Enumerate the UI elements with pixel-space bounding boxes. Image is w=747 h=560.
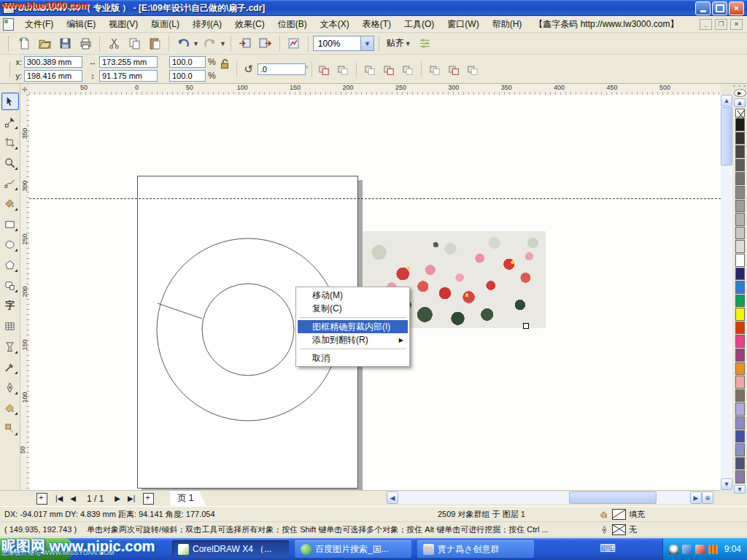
menu-item-6[interactable]: 位图(B) bbox=[271, 17, 314, 31]
color-swatch-26[interactable] bbox=[735, 470, 745, 483]
open-icon[interactable] bbox=[35, 34, 54, 53]
combine-icon[interactable] bbox=[361, 61, 379, 78]
y-position-field[interactable]: 198.416 mm bbox=[24, 70, 82, 82]
menu-item-7[interactable]: 文本(X) bbox=[314, 17, 356, 31]
save-icon[interactable] bbox=[55, 34, 74, 53]
eyedropper-tool[interactable] bbox=[1, 358, 19, 376]
color-swatch-18[interactable] bbox=[735, 362, 745, 376]
menu-item-2[interactable]: 视图(V) bbox=[102, 17, 144, 31]
scale-v-field[interactable]: 100.0 bbox=[169, 70, 206, 82]
ellipse-tool[interactable] bbox=[1, 236, 19, 253]
text-tool[interactable]: 字 bbox=[1, 297, 19, 314]
color-swatch-1[interactable] bbox=[735, 132, 745, 145]
menu-item-11[interactable]: 帮助(H) bbox=[486, 17, 529, 31]
no-color-swatch[interactable] bbox=[735, 109, 745, 117]
fill-tool[interactable] bbox=[1, 399, 19, 416]
color-swatch-21[interactable] bbox=[735, 402, 745, 416]
menu-item-4[interactable]: 排列(A) bbox=[186, 17, 228, 31]
color-swatch-7[interactable] bbox=[735, 213, 745, 226]
basic-shapes-tool[interactable] bbox=[1, 276, 19, 294]
input-tray-icon[interactable] bbox=[695, 545, 705, 554]
scroll-left-icon[interactable]: ◀ bbox=[387, 491, 398, 504]
polygon-tool[interactable] bbox=[1, 256, 19, 273]
color-swatch-19[interactable] bbox=[735, 376, 745, 389]
color-swatch-2[interactable] bbox=[735, 145, 745, 158]
color-swatch-6[interactable] bbox=[735, 200, 745, 213]
print-icon[interactable] bbox=[76, 34, 95, 53]
scroll-up-icon[interactable]: ▲ bbox=[721, 95, 732, 106]
restore-button[interactable] bbox=[712, 1, 727, 15]
app-launcher-icon[interactable] bbox=[285, 34, 303, 53]
context-menu-item-4[interactable]: 添加到翻转(R)▶ bbox=[298, 333, 408, 346]
redo-dropdown-icon[interactable]: ▼ bbox=[220, 40, 226, 47]
books-tray-icon[interactable] bbox=[708, 545, 718, 554]
scroll-down-icon[interactable]: ▼ bbox=[721, 478, 732, 490]
context-menu-item-1[interactable]: 复制(C) bbox=[298, 302, 408, 315]
zoom-combo-arrow-icon[interactable]: ▼ bbox=[360, 36, 374, 50]
object-height-field[interactable]: 91.175 mm bbox=[99, 70, 158, 82]
toolbar-grip[interactable] bbox=[8, 36, 11, 51]
palette-scroll-up-icon[interactable]: ▲ bbox=[734, 98, 746, 107]
color-swatch-23[interactable] bbox=[735, 430, 745, 443]
context-menu-item-6[interactable]: 取消 bbox=[298, 351, 408, 365]
color-swatch-16[interactable] bbox=[735, 335, 745, 348]
menu-item-5[interactable]: 效果(C) bbox=[228, 17, 271, 31]
next-page-icon[interactable]: ▶ bbox=[111, 494, 124, 502]
page-tab[interactable]: 页 1 bbox=[170, 491, 206, 507]
cut-icon[interactable] bbox=[104, 34, 123, 53]
horizontal-scrollbar[interactable]: ◀ ▶ ⊕ bbox=[387, 491, 713, 504]
taskbar-button-2[interactable]: 寳ナ爲さ创意群 bbox=[417, 540, 534, 558]
to-front-icon[interactable] bbox=[426, 61, 444, 78]
close-button[interactable]: × bbox=[729, 1, 744, 15]
paste-icon[interactable] bbox=[145, 34, 164, 53]
interactive-fill-tool[interactable] bbox=[1, 419, 19, 437]
mirror-horizontal-icon[interactable] bbox=[315, 61, 333, 78]
new-icon[interactable] bbox=[15, 34, 34, 53]
undo-icon[interactable] bbox=[174, 34, 193, 53]
outline-color-swatch[interactable] bbox=[612, 524, 626, 535]
scroll-right-icon[interactable]: ▶ bbox=[690, 491, 702, 504]
vertical-scrollbar[interactable]: ▲ ▼ bbox=[721, 95, 732, 490]
context-menu-item-3[interactable]: 图框精确剪裁内部(I) bbox=[298, 320, 408, 333]
object-width-field[interactable]: 173.255 mm bbox=[99, 56, 158, 68]
last-page-icon[interactable]: ▶| bbox=[124, 494, 139, 502]
scale-h-field[interactable]: 100.0 bbox=[169, 56, 206, 68]
zoom-level-combo[interactable]: 100% ▼ bbox=[313, 36, 374, 51]
shape-tool[interactable] bbox=[1, 113, 19, 131]
mdi-minimize-button[interactable]: _ bbox=[700, 19, 712, 30]
qq-tray-icon[interactable] bbox=[669, 545, 678, 554]
navigator-icon[interactable]: ⊕ bbox=[702, 491, 713, 504]
mirror-vertical-icon[interactable] bbox=[334, 61, 352, 78]
selection-handle[interactable] bbox=[523, 323, 529, 329]
export-icon[interactable] bbox=[256, 34, 275, 53]
lock-ratio-icon[interactable] bbox=[216, 55, 233, 73]
menu-item-10[interactable]: 窗口(W) bbox=[441, 17, 485, 31]
snap-dropdown[interactable]: 贴齐 ▼ bbox=[384, 36, 414, 51]
color-swatch-11[interactable] bbox=[735, 268, 745, 281]
crop-tool[interactable] bbox=[1, 133, 19, 151]
table-tool[interactable] bbox=[1, 317, 19, 335]
to-back-icon[interactable] bbox=[445, 61, 462, 78]
x-position-field[interactable]: 300.389 mm bbox=[24, 56, 82, 68]
fill-color-swatch[interactable] bbox=[612, 509, 626, 520]
taskbar-button-0[interactable]: CorelDRAW X4 （... bbox=[172, 540, 289, 558]
smart-fill-tool[interactable] bbox=[1, 195, 19, 212]
color-swatch-3[interactable] bbox=[735, 159, 745, 172]
rotation-angle-field[interactable]: .0 bbox=[258, 63, 306, 75]
color-swatch-13[interactable] bbox=[735, 295, 745, 308]
mdi-close-button[interactable]: × bbox=[730, 19, 743, 30]
network-tray-icon[interactable] bbox=[682, 545, 692, 554]
color-swatch-4[interactable] bbox=[735, 172, 745, 185]
blend-tool[interactable] bbox=[1, 338, 19, 355]
add-page-icon[interactable] bbox=[36, 493, 47, 505]
menu-item-3[interactable]: 版面(L) bbox=[144, 17, 186, 31]
color-swatch-12[interactable] bbox=[735, 281, 745, 294]
horizontal-scroll-thumb[interactable] bbox=[569, 491, 657, 504]
color-swatch-24[interactable] bbox=[735, 443, 745, 456]
import-icon[interactable] bbox=[236, 34, 255, 53]
rectangle-tool[interactable] bbox=[1, 215, 19, 233]
first-page-icon[interactable]: |◀ bbox=[52, 494, 66, 502]
context-menu-item-0[interactable]: 移动(M) bbox=[298, 289, 408, 302]
ungroup-icon[interactable] bbox=[399, 61, 417, 78]
color-swatch-9[interactable] bbox=[735, 240, 745, 253]
